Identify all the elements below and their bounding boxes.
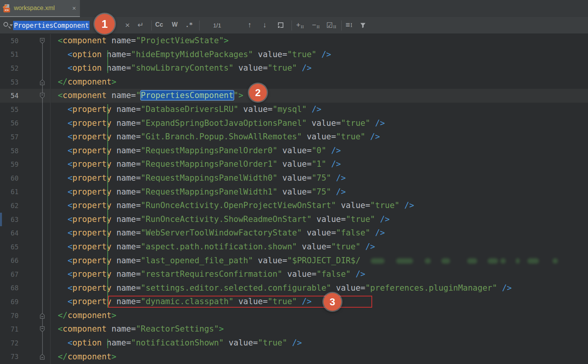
fold-column <box>39 134 46 140</box>
open-in-find-window-button[interactable] <box>278 22 283 28</box>
code-line[interactable]: <property name="WebServerToolWindowFacto… <box>51 226 588 240</box>
code-line[interactable]: <property name="settings.editor.selected… <box>51 281 588 295</box>
code-token: property <box>73 297 112 306</box>
code-line[interactable]: <option name="showLibraryContents" value… <box>51 61 588 75</box>
filter-lines-button[interactable]: ≡I <box>346 20 352 29</box>
code-line[interactable]: <component name="ReactorSettings"> <box>51 322 588 336</box>
code-token: </ <box>53 311 68 320</box>
newline-icon[interactable]: ↵ <box>137 20 144 29</box>
code-token: name= <box>102 63 131 73</box>
code-token: name= <box>112 119 141 128</box>
fold-column <box>39 51 46 58</box>
search-history-chevron-icon[interactable] <box>10 24 13 26</box>
code-token: /> <box>287 338 302 347</box>
regex-toggle[interactable]: .* <box>185 21 193 29</box>
filter-funnel-icon[interactable] <box>360 22 366 30</box>
code-line[interactable]: <property name="RequestMappingsPanelWidt… <box>51 171 588 185</box>
code-line[interactable]: <option name="hideEmptyMiddlePackages" v… <box>51 48 588 62</box>
code-line[interactable]: <property name="Git.Branch.Popup.ShowAll… <box>51 130 588 144</box>
clear-search-icon[interactable]: × <box>125 20 130 30</box>
code-line[interactable]: </component> <box>51 309 588 323</box>
code-token: < <box>53 242 73 251</box>
fold-marker-icon[interactable] <box>39 38 46 44</box>
code-token: " <box>136 91 141 100</box>
search-bar: PropertiesComponent × ↵ Cc W .* 1/1 ↑ ↓ … <box>0 17 588 34</box>
tab-workspace-xml[interactable]: <> workspace.xml × <box>0 0 80 17</box>
previous-occurrence-button[interactable]: ↑ <box>248 21 252 29</box>
add-occurrence-button[interactable]: +II <box>296 21 303 29</box>
code-line[interactable]: <property name="restartRequiresConfirmat… <box>51 267 588 281</box>
editor[interactable]: 5051525354555657585960616263646566676869… <box>0 34 588 364</box>
search-input[interactable]: PropertiesComponent <box>13 20 90 31</box>
match-case-toggle[interactable]: Cc <box>155 21 163 28</box>
next-occurrence-button[interactable]: ↓ <box>263 21 267 29</box>
code-line[interactable]: <property name="RequestMappingsPanelOrde… <box>51 157 588 171</box>
search-selection: PropertiesComponent <box>13 21 90 30</box>
code-token: value= <box>278 159 312 169</box>
gutter-row: 58 <box>0 144 50 158</box>
code-token: component <box>63 36 107 45</box>
code-token: "RequestMappingsPanelOrder0" <box>141 146 278 155</box>
code-line[interactable]: <property name="RequestMappingsPanelWidt… <box>51 185 588 199</box>
code-token: name= <box>102 50 131 59</box>
code-token: option <box>73 50 102 59</box>
line-number: 63 <box>0 216 19 223</box>
remove-occurrence-button[interactable]: −II <box>312 21 319 29</box>
code-token: "true" <box>287 50 317 59</box>
code-token: value= <box>234 63 268 73</box>
code-token: </ <box>53 352 68 361</box>
fold-marker-icon[interactable] <box>39 354 46 360</box>
code-line[interactable]: <component name="ProjectViewState"> <box>51 34 588 48</box>
code-area[interactable]: <component name="ProjectViewState"> <opt… <box>51 34 588 364</box>
code-token: "showLibraryContents" <box>131 63 234 73</box>
code-token: < <box>53 187 73 196</box>
gutter-row: 59 <box>0 157 50 171</box>
select-all-occurrences-button[interactable]: ☑II <box>326 21 336 30</box>
indent-guide <box>107 104 108 308</box>
gutter-row: 71 <box>0 322 50 336</box>
gutter-row: 69 <box>0 295 50 309</box>
code-token: property <box>73 159 112 169</box>
code-line[interactable]: <property name="last_opened_file_path" v… <box>51 254 588 268</box>
fold-marker-icon[interactable] <box>39 93 46 99</box>
code-line[interactable]: <property name="DatabaseDriversLRU" valu… <box>51 103 588 117</box>
code-line[interactable]: <property name="RunOnceActivity.ShowRead… <box>51 213 588 227</box>
code-line[interactable]: </component> <box>51 75 588 89</box>
gutter-row: 67 <box>0 267 50 281</box>
code-line[interactable]: <property name="aspect.path.notification… <box>51 240 588 254</box>
code-token: value= <box>282 269 317 279</box>
code-line[interactable]: <property name="RequestMappingsPanelOrde… <box>51 144 588 158</box>
fold-column <box>39 340 46 346</box>
code-line[interactable]: <property name="RunOnceActivity.OpenProj… <box>51 199 588 213</box>
code-line[interactable]: <component name="PropertiesComponent"> <box>51 89 588 103</box>
fold-marker-icon[interactable] <box>39 326 46 332</box>
tab-close-icon[interactable]: × <box>72 5 76 12</box>
code-token: name= <box>112 159 141 169</box>
code-token: "ExpandSpringBootJavaOptionsPanel" <box>141 119 307 128</box>
gutter-row: 68 <box>0 281 50 295</box>
code-token: < <box>53 173 73 183</box>
code-line[interactable]: <option name="notificationShown" value="… <box>51 336 588 350</box>
fold-marker-icon[interactable] <box>39 79 46 85</box>
code-token: name= <box>112 228 141 237</box>
fold-marker-icon[interactable] <box>39 313 46 319</box>
code-token: /> <box>497 283 512 293</box>
code-token: "true" <box>331 242 361 251</box>
search-icon[interactable] <box>3 22 8 27</box>
code-token: "last_opened_file_path" <box>141 256 253 265</box>
ide-window: <> workspace.xml × PropertiesComponent ×… <box>0 0 588 364</box>
code-token: < <box>53 338 73 347</box>
code-token: component <box>63 91 107 100</box>
code-token: < <box>53 119 73 128</box>
whole-words-toggle[interactable]: W <box>172 21 178 28</box>
code-line[interactable]: <property name="ExpandSpringBootJavaOpti… <box>51 117 588 130</box>
code-token: property <box>73 187 112 196</box>
code-token: < <box>53 215 73 224</box>
code-line[interactable]: </component> <box>51 350 588 364</box>
code-token: "settings.editor.selected.configurable" <box>141 283 331 293</box>
code-token: "WebServerToolWindowFactoryState" <box>141 228 302 237</box>
code-token: /> <box>297 63 312 73</box>
fold-column <box>39 203 46 209</box>
code-token: value= <box>297 242 331 251</box>
code-token: property <box>73 228 112 237</box>
